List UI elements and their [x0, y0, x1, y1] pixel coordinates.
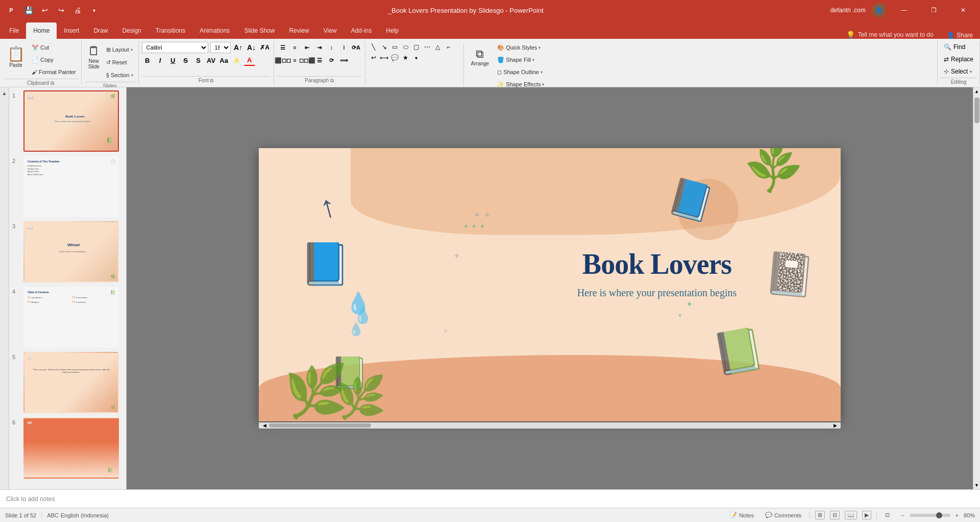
cut-button[interactable]: ✂️ Cut	[30, 42, 78, 53]
print-button[interactable]: 🖨	[70, 3, 85, 17]
slide-thumbnail-3[interactable]: Whoa! Some text here for illustration 📖 …	[23, 221, 119, 282]
reading-view-button[interactable]: 📖	[845, 511, 857, 519]
bullets-button[interactable]: ☰	[277, 42, 288, 53]
slideshow-button[interactable]: ▶	[862, 511, 871, 519]
scroll-up-button[interactable]: ▲	[973, 87, 981, 96]
layout-button[interactable]: ⊞ Layout ▾	[104, 44, 135, 55]
v-scroll-thumb[interactable]	[974, 98, 979, 123]
smartart-convert[interactable]: ⟳	[326, 55, 337, 66]
font-size-increase[interactable]: A↑	[233, 42, 244, 53]
minimize-button[interactable]: —	[892, 0, 916, 20]
scroll-right-button[interactable]: ▶	[832, 423, 838, 428]
curved-arrow-button[interactable]: ↩	[369, 53, 379, 63]
clear-formatting[interactable]: ✗A	[259, 42, 271, 53]
scroll-down-button[interactable]: ▼	[973, 481, 981, 489]
font-family-select[interactable]: Calibri	[142, 42, 208, 53]
change-case-button[interactable]: Aa	[218, 55, 230, 66]
slide-thumbnail-1[interactable]: Book Lovers Here is where your presentat…	[23, 90, 119, 152]
slide-sorter-button[interactable]: ⊟	[830, 511, 840, 519]
zoom-thumb[interactable]	[936, 512, 942, 518]
right-angle-button[interactable]: ⌐	[444, 42, 454, 52]
bold-button[interactable]: B	[142, 55, 153, 66]
font-color-button[interactable]: A	[244, 55, 255, 66]
tab-home[interactable]: Home	[26, 22, 57, 39]
redo-button[interactable]: ↪	[54, 3, 68, 17]
underline-button[interactable]: U	[167, 55, 179, 66]
notes-placeholder[interactable]: Click to add notes	[6, 495, 55, 503]
select-button[interactable]: ⊹ Select ▾	[941, 66, 976, 77]
tab-draw[interactable]: Draw	[86, 22, 115, 39]
right-scrollbar[interactable]: ▲ ▼	[973, 87, 980, 489]
text-direction-button[interactable]: ⟳A	[351, 42, 362, 53]
arrow-shape-button[interactable]: ↘	[379, 42, 389, 52]
paste-button[interactable]: 📋 Paste	[3, 42, 29, 72]
align-left-button[interactable]: ⬛◻◻	[277, 55, 288, 66]
slide-thumb-3[interactable]: 3 Whoa! Some text here for illustration …	[11, 220, 124, 283]
triangle-shape-button[interactable]: △	[433, 42, 443, 52]
reset-button[interactable]: ↺ Reset	[104, 57, 135, 68]
tab-design[interactable]: Design	[115, 22, 148, 39]
shape-fill-button[interactable]: 🪣 Shape Fill ▾	[495, 54, 546, 65]
slide-thumbnail-5[interactable]: "This is a quote. Words full of wisdom t…	[23, 352, 119, 413]
strikethrough-button[interactable]: S	[180, 55, 191, 66]
slide-thumb-5[interactable]: 5 "This is a quote. Words full of wisdom…	[11, 351, 124, 414]
arrange-button[interactable]: ⧉ Arrange	[467, 42, 494, 72]
slide-canvas[interactable]: 🌿 ↑ 📘 💧 💧 💧 📗 🌿 🌿 ✦ ✦ ✦ ✦ ✦ 📘 ✦ ✦	[259, 148, 841, 421]
comments-button[interactable]: 💬 Comments	[762, 511, 804, 519]
tab-transitions[interactable]: Transitions	[149, 22, 192, 39]
share-button[interactable]: 👤 Share	[940, 32, 980, 39]
slide-thumb-6[interactable]: 6 📖 📗	[11, 416, 124, 480]
fit-slide-button[interactable]: ⊡	[882, 511, 893, 519]
font-size-select[interactable]: 18	[210, 42, 231, 53]
decrease-indent-button[interactable]: ⇤	[302, 42, 313, 53]
italic-button[interactable]: I	[155, 55, 166, 66]
star-shape-button[interactable]: ★	[401, 53, 411, 63]
square-shape-button[interactable]: ▢	[411, 42, 422, 52]
slide-thumb-1[interactable]: 1 Book Lovers Here is where your present…	[11, 89, 124, 153]
scroll-up-arrow[interactable]: ▲	[0, 88, 9, 98]
find-button[interactable]: 🔍 Find	[941, 42, 976, 52]
tab-review[interactable]: Review	[282, 22, 316, 39]
slide-thumbnail-6[interactable]: 📖 📗	[23, 417, 119, 479]
restore-button[interactable]: ❐	[922, 0, 945, 20]
zoom-slider[interactable]	[910, 514, 950, 517]
columns-button[interactable]: ⫶	[338, 42, 350, 53]
text-shadow-button[interactable]: S	[193, 55, 204, 66]
char-spacing-button[interactable]: AV	[206, 55, 217, 66]
notes-button[interactable]: 📝 Notes	[727, 511, 757, 519]
user-avatar[interactable]: 👤	[872, 3, 886, 17]
slide-thumbnail-2[interactable]: Contents of This Template Simple list it…	[23, 156, 119, 217]
tab-help[interactable]: Help	[379, 22, 406, 39]
tab-addins[interactable]: Add-ins	[344, 22, 379, 39]
font-size-decrease[interactable]: A↓	[246, 42, 257, 53]
callout-button[interactable]: 💬	[390, 53, 400, 63]
replace-button[interactable]: ⇄ Replace	[941, 54, 976, 64]
align-right-button[interactable]: ◻◻⬛	[302, 55, 313, 66]
justify-button[interactable]: ☰	[314, 55, 325, 66]
tab-view[interactable]: View	[316, 22, 344, 39]
save-button[interactable]: 💾	[21, 3, 36, 17]
increase-indent-button[interactable]: ⇥	[314, 42, 325, 53]
line-shape-button[interactable]: ╲	[369, 42, 379, 52]
convert-button[interactable]: ⟹	[338, 55, 350, 66]
oval-shape-button[interactable]: ⬭	[401, 42, 411, 52]
double-arrow-button[interactable]: ⟷	[379, 53, 389, 63]
tab-slideshow[interactable]: Slide Show	[237, 22, 282, 39]
tab-file[interactable]: File	[2, 22, 26, 39]
undo-button[interactable]: ↩	[38, 3, 52, 17]
more-shapes-button[interactable]: ⋯	[422, 42, 432, 52]
quick-styles-button[interactable]: 🎨 Quick Styles ▾	[495, 42, 546, 53]
zoom-out-button[interactable]: −	[898, 511, 907, 519]
format-painter-button[interactable]: 🖌 Format Painter	[30, 66, 78, 78]
normal-view-button[interactable]: ⊞	[815, 511, 825, 519]
shapes-expand[interactable]: ▾	[411, 53, 422, 63]
notes-bar[interactable]: Click to add notes	[0, 489, 980, 508]
h-scrollbar[interactable]: ◀ ▶	[259, 422, 841, 429]
scroll-left-button[interactable]: ◀	[261, 423, 267, 428]
slide-thumb-4[interactable]: 4 Table of Contents 01 Introduction 02 P…	[11, 286, 124, 349]
tab-animations[interactable]: Animations	[192, 22, 237, 39]
shape-outline-button[interactable]: ◻ Shape Outline ▾	[495, 66, 546, 78]
zoom-in-button[interactable]: +	[952, 511, 962, 519]
slide-thumbnail-4[interactable]: Table of Contents 01 Introduction 02 Pre…	[23, 287, 119, 348]
new-slide-button[interactable]: 🗒 New Slide	[85, 42, 103, 72]
